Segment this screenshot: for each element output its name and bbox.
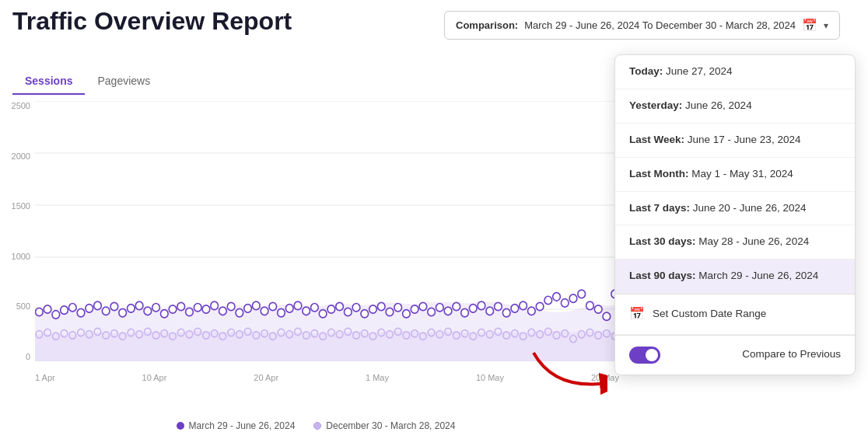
dropdown-item-last-7-days[interactable]: Last 7 days: June 20 - June 26, 2024 bbox=[615, 192, 855, 226]
svg-point-141 bbox=[578, 290, 586, 298]
svg-point-102 bbox=[252, 301, 260, 309]
svg-point-96 bbox=[202, 305, 210, 313]
svg-point-85 bbox=[110, 302, 118, 310]
set-custom-label: Set Custom Date Range bbox=[653, 307, 766, 322]
today-label: Today: bbox=[629, 65, 663, 77]
last-90-days-label: Last 90 days: bbox=[629, 270, 696, 281]
last-month-label: Last Month: bbox=[629, 168, 689, 179]
svg-point-82 bbox=[86, 305, 93, 312]
svg-point-138 bbox=[553, 293, 561, 301]
svg-point-124 bbox=[436, 303, 444, 311]
tab-sessions[interactable]: Sessions bbox=[12, 68, 85, 95]
svg-point-134 bbox=[520, 301, 527, 309]
svg-point-88 bbox=[135, 301, 143, 309]
last-90-days-value: March 29 - June 26, 2024 bbox=[698, 270, 818, 281]
legend-dot-secondary bbox=[313, 422, 321, 430]
svg-point-109 bbox=[311, 303, 319, 311]
dropdown-item-last-month[interactable]: Last Month: May 1 - May 31, 2024 bbox=[615, 158, 855, 192]
svg-point-132 bbox=[502, 308, 510, 316]
legend-label-primary: March 29 - June 26, 2024 bbox=[189, 420, 296, 431]
last-week-label: Last Week: bbox=[629, 134, 684, 145]
date-picker-bar[interactable]: Comparison: March 29 - June 26, 2024 To … bbox=[444, 11, 840, 40]
compare-toggle-switch[interactable] bbox=[629, 347, 660, 364]
y-label-1000: 1000 bbox=[12, 252, 30, 261]
svg-point-93 bbox=[177, 302, 185, 310]
svg-point-136 bbox=[536, 302, 544, 310]
last-week-value: June 17 - June 23, 2024 bbox=[688, 134, 801, 145]
x-label-10may: 10 May bbox=[476, 373, 504, 382]
dropdown-panel: Today: June 27, 2024 Yesterday: June 26,… bbox=[614, 54, 856, 375]
legend-dot-primary bbox=[177, 422, 184, 430]
svg-point-81 bbox=[77, 308, 85, 316]
date-range-text: March 29 - June 26, 2024 To December 30 … bbox=[524, 19, 796, 31]
dropdown-item-compare[interactable]: Compare to Previous bbox=[615, 336, 855, 375]
tab-pageviews[interactable]: Pageviews bbox=[85, 68, 163, 95]
svg-point-137 bbox=[544, 296, 552, 304]
dropdown-item-yesterday[interactable]: Yesterday: June 26, 2024 bbox=[615, 89, 855, 124]
dropdown-item-last-week[interactable]: Last Week: June 17 - June 23, 2024 bbox=[615, 124, 855, 158]
dropdown-item-set-custom[interactable]: 📅 Set Custom Date Range bbox=[615, 294, 855, 334]
svg-point-131 bbox=[495, 302, 502, 310]
compare-label: Compare to Previous bbox=[742, 347, 841, 362]
dropdown-item-today[interactable]: Today: June 27, 2024 bbox=[615, 55, 855, 89]
svg-point-121 bbox=[411, 305, 418, 313]
y-label-1500: 1500 bbox=[12, 201, 30, 211]
svg-point-107 bbox=[294, 301, 302, 309]
y-label-0: 0 bbox=[26, 352, 30, 361]
main-container: Traffic Overview Report Comparison: Marc… bbox=[0, 0, 868, 439]
x-axis: 1 Apr 10 Apr 20 Apr 1 May 10 May 20 May bbox=[35, 363, 619, 392]
svg-point-129 bbox=[478, 301, 485, 309]
x-label-1may: 1 May bbox=[366, 373, 389, 382]
dropdown-item-last-90-days[interactable]: Last 90 days: March 29 - June 26, 2024 bbox=[615, 260, 855, 294]
y-axis: 2500 2000 1500 1000 500 0 bbox=[0, 101, 35, 361]
svg-point-144 bbox=[603, 312, 611, 320]
today-value: June 27, 2024 bbox=[666, 65, 733, 77]
svg-point-87 bbox=[128, 305, 135, 312]
x-label-1apr: 1 Apr bbox=[35, 373, 55, 382]
svg-point-92 bbox=[169, 305, 177, 313]
svg-point-99 bbox=[227, 302, 235, 310]
dropdown-item-last-30-days[interactable]: Last 30 days: May 28 - June 26, 2024 bbox=[615, 225, 855, 260]
svg-point-114 bbox=[352, 303, 360, 311]
svg-point-122 bbox=[419, 302, 427, 310]
svg-point-123 bbox=[428, 308, 436, 315]
x-label-20may: 20 May bbox=[591, 373, 619, 382]
svg-point-115 bbox=[361, 310, 369, 318]
svg-point-86 bbox=[119, 308, 127, 316]
svg-point-103 bbox=[261, 307, 268, 315]
svg-point-104 bbox=[269, 302, 277, 310]
svg-point-140 bbox=[569, 294, 577, 302]
svg-point-110 bbox=[319, 310, 327, 318]
svg-point-126 bbox=[453, 302, 460, 310]
comparison-label: Comparison: bbox=[456, 19, 518, 31]
chart-svg bbox=[35, 101, 619, 361]
legend-secondary: December 30 - March 28, 2024 bbox=[313, 420, 455, 431]
last-7-days-label: Last 7 days: bbox=[629, 202, 690, 214]
svg-point-143 bbox=[594, 305, 602, 313]
svg-point-78 bbox=[52, 311, 60, 319]
svg-point-133 bbox=[511, 305, 519, 312]
svg-point-116 bbox=[369, 305, 377, 313]
svg-point-130 bbox=[486, 307, 494, 315]
svg-point-111 bbox=[327, 305, 335, 313]
yesterday-value: June 26, 2024 bbox=[685, 99, 752, 111]
calendar-icon-custom: 📅 bbox=[629, 305, 645, 322]
toggle-track bbox=[629, 347, 660, 364]
svg-point-80 bbox=[68, 303, 76, 311]
tabs-container: Sessions Pageviews bbox=[12, 68, 163, 95]
svg-point-106 bbox=[285, 305, 293, 312]
svg-point-94 bbox=[186, 308, 194, 315]
last-30-days-value: May 28 - June 26, 2024 bbox=[698, 235, 809, 247]
svg-point-112 bbox=[336, 302, 344, 310]
svg-point-77 bbox=[44, 305, 51, 313]
calendar-icon: 📅 bbox=[802, 18, 817, 33]
svg-point-76 bbox=[36, 308, 44, 315]
page-title: Traffic Overview Report bbox=[12, 6, 292, 36]
svg-point-127 bbox=[461, 308, 469, 316]
svg-point-120 bbox=[403, 310, 411, 318]
svg-point-89 bbox=[144, 307, 152, 315]
svg-point-117 bbox=[377, 302, 385, 310]
svg-point-95 bbox=[194, 303, 201, 311]
svg-point-83 bbox=[94, 301, 102, 309]
svg-point-100 bbox=[236, 308, 243, 316]
